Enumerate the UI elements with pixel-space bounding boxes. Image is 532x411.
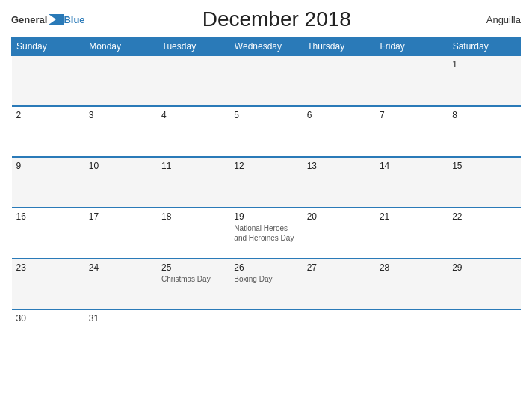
calendar-cell: 19National Heroes and Heroines Day (229, 208, 302, 259)
day-number: 5 (234, 110, 297, 120)
day-number: 10 (89, 161, 152, 171)
calendar-cell: 15 (448, 157, 520, 208)
day-number: 11 (161, 161, 225, 171)
calendar-table: SundayMondayTuesdayWednesdayThursdayFrid… (11, 37, 521, 360)
calendar-week-row: 232425Christmas Day26Boxing Day272829 (12, 259, 521, 309)
day-number: 7 (380, 110, 443, 120)
calendar-cell: 29 (448, 259, 520, 309)
day-number: 13 (307, 161, 371, 171)
calendar-cell: 5 (229, 106, 302, 157)
day-number: 17 (89, 211, 152, 222)
calendar-cell: 24 (84, 259, 157, 309)
calendar-cell (303, 309, 375, 360)
day-number: 28 (380, 262, 443, 273)
calendar-week-row: 3031 (12, 309, 521, 360)
calendar-cell: 1 (448, 55, 520, 106)
calendar-cell: 17 (84, 208, 157, 259)
calendar-cell: 23 (12, 259, 84, 309)
day-number: 26 (234, 262, 297, 273)
day-number: 21 (380, 211, 443, 222)
calendar-cell: 31 (84, 309, 157, 360)
weekday-header-tuesday: Tuesday (157, 38, 229, 56)
calendar-week-row: 9101112131415 (12, 157, 521, 208)
day-number: 23 (16, 262, 80, 273)
day-number: 2 (16, 110, 80, 120)
calendar-cell: 22 (448, 208, 520, 259)
day-number: 12 (234, 161, 297, 171)
calendar-cell: 7 (375, 106, 448, 157)
day-number: 22 (452, 211, 516, 222)
day-number: 25 (161, 262, 225, 273)
calendar-cell: 25Christmas Day (157, 259, 229, 309)
weekday-header-sunday: Sunday (12, 38, 84, 56)
day-number: 4 (161, 110, 225, 120)
calendar-cell: 13 (303, 157, 375, 208)
weekday-header-saturday: Saturday (448, 38, 520, 56)
calendar-cell: 21 (375, 208, 448, 259)
logo-blue-text: Blue (64, 14, 84, 25)
day-number: 31 (89, 313, 152, 324)
calendar-cell: 8 (448, 106, 520, 157)
calendar-cell (303, 55, 375, 106)
calendar-cell: 30 (12, 309, 84, 360)
calendar-cell (157, 55, 229, 106)
calendar-cell: 3 (84, 106, 157, 157)
calendar-cell (229, 55, 302, 106)
holiday-label: National Heroes and Heroines Day (234, 223, 297, 243)
day-number: 30 (16, 313, 80, 324)
calendar-cell: 14 (375, 157, 448, 208)
day-number: 1 (452, 59, 516, 69)
day-number: 27 (307, 262, 371, 273)
day-number: 14 (380, 161, 443, 171)
calendar-cell (375, 309, 448, 360)
calendar-cell (229, 309, 302, 360)
weekday-header-friday: Friday (375, 38, 448, 56)
day-number: 3 (89, 110, 152, 120)
calendar-cell: 2 (12, 106, 84, 157)
country-label: Anguilla (468, 14, 521, 25)
calendar-cell: 9 (12, 157, 84, 208)
calendar-header: SundayMondayTuesdayWednesdayThursdayFrid… (12, 38, 521, 56)
weekday-header-monday: Monday (84, 38, 157, 56)
calendar-cell: 20 (303, 208, 375, 259)
calendar-cell (12, 55, 84, 106)
calendar-week-row: 2345678 (12, 106, 521, 157)
logo: General Blue (11, 14, 85, 25)
day-number: 9 (16, 161, 80, 171)
calendar-cell (157, 309, 229, 360)
weekday-header-row: SundayMondayTuesdayWednesdayThursdayFrid… (12, 38, 521, 56)
calendar-cell (448, 309, 520, 360)
logo-flag-icon (49, 14, 64, 25)
calendar-cell: 12 (229, 157, 302, 208)
day-number: 19 (234, 211, 297, 222)
calendar-cell: 27 (303, 259, 375, 309)
calendar-cell: 10 (84, 157, 157, 208)
header: General Blue December 2018 Anguilla (11, 7, 521, 31)
calendar-page: General Blue December 2018 Anguilla Sund… (0, 0, 532, 411)
day-number: 6 (307, 110, 371, 120)
calendar-cell (84, 55, 157, 106)
calendar-cell: 6 (303, 106, 375, 157)
calendar-cell: 16 (12, 208, 84, 259)
day-number: 20 (307, 211, 371, 222)
calendar-cell: 26Boxing Day (229, 259, 302, 309)
calendar-week-row: 16171819National Heroes and Heroines Day… (12, 208, 521, 259)
calendar-cell (375, 55, 448, 106)
day-number: 18 (161, 211, 225, 222)
logo-general-text: General (11, 14, 47, 25)
day-number: 16 (16, 211, 80, 222)
holiday-label: Christmas Day (161, 274, 225, 284)
calendar-cell: 18 (157, 208, 229, 259)
day-number: 15 (452, 161, 516, 171)
weekday-header-wednesday: Wednesday (229, 38, 302, 56)
day-number: 29 (452, 262, 516, 273)
calendar-week-row: 1 (12, 55, 521, 106)
calendar-cell: 28 (375, 259, 448, 309)
holiday-label: Boxing Day (234, 274, 297, 284)
calendar-cell: 11 (157, 157, 229, 208)
calendar-title: December 2018 (85, 7, 468, 31)
day-number: 8 (452, 110, 516, 120)
day-number: 24 (89, 262, 152, 273)
calendar-body: 12345678910111213141516171819National He… (12, 55, 521, 360)
calendar-cell: 4 (157, 106, 229, 157)
